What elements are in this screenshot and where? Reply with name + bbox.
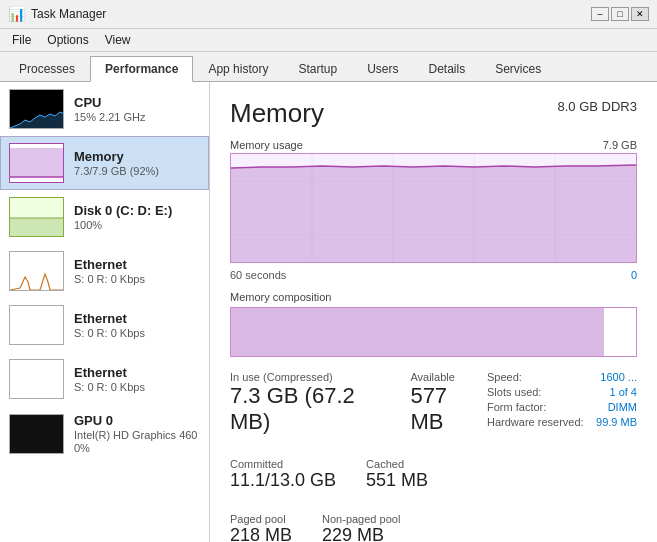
sidebar-item-ethernet0-info: Ethernet S: 0 R: 0 Kbps: [74, 257, 145, 285]
slots-label: Slots used:: [487, 386, 541, 398]
time-start: 60 seconds: [230, 269, 286, 281]
reserved-label: Hardware reserved:: [487, 416, 584, 428]
sidebar-disk-name: Disk 0 (C: D: E:): [74, 203, 172, 218]
stats-row-3: Paged pool 218 MB Non-paged pool 229 MB: [230, 513, 477, 542]
sidebar-cpu-name: CPU: [74, 95, 146, 110]
title-bar-left: 📊 Task Manager: [8, 6, 106, 22]
tab-services[interactable]: Services: [480, 56, 556, 81]
tab-app-history[interactable]: App history: [193, 56, 283, 81]
cpu-graph: [9, 89, 64, 129]
tab-startup[interactable]: Startup: [283, 56, 352, 81]
speed-value: 1600 ...: [600, 371, 637, 383]
sidebar-ethernet1-value: S: 0 R: 0 Kbps: [74, 327, 145, 339]
committed-label: Committed: [230, 458, 336, 470]
svg-rect-8: [10, 360, 64, 399]
usage-chart-section: Memory usage 7.9 GB: [230, 139, 637, 263]
stat-cached: Cached 551 MB: [366, 458, 428, 492]
tab-processes[interactable]: Processes: [4, 56, 90, 81]
stats-right-detail: Speed: 1600 ... Slots used: 1 of 4 Form …: [477, 371, 637, 542]
stat-available: Available 577 MB: [410, 371, 477, 436]
sidebar-item-ethernet1-info: Ethernet S: 0 R: 0 Kbps: [74, 311, 145, 339]
sidebar-gpu-value-line1: Intel(R) HD Graphics 460: [74, 429, 198, 441]
time-row: 60 seconds 0: [230, 269, 637, 281]
detail-slots: Slots used: 1 of 4: [487, 386, 637, 398]
nonpaged-label: Non-paged pool: [322, 513, 400, 525]
title-bar-controls: – □ ✕: [591, 7, 649, 21]
memory-type: 8.0 GB DDR3: [558, 98, 637, 116]
sidebar-item-ethernet-1[interactable]: Ethernet S: 0 R: 0 Kbps: [0, 298, 209, 352]
svg-rect-6: [10, 252, 64, 291]
svg-rect-9: [10, 415, 64, 454]
sidebar-item-memory[interactable]: Memory 7.3/7.9 GB (92%): [0, 136, 209, 190]
tab-details[interactable]: Details: [413, 56, 480, 81]
composition-in-use: [231, 308, 604, 356]
disk-graph-mini: [9, 197, 64, 237]
nonpaged-value: 229 MB: [322, 525, 400, 542]
stats-row-2: Committed 11.1/13.0 GB Cached 551 MB: [230, 458, 477, 504]
sidebar-item-cpu-info: CPU 15% 2.21 GHz: [74, 95, 146, 123]
sidebar-gpu-name: GPU 0: [74, 413, 198, 428]
detail-speed: Speed: 1600 ...: [487, 371, 637, 383]
stat-paged: Paged pool 218 MB: [230, 513, 292, 542]
sidebar-item-disk-info: Disk 0 (C: D: E:) 100%: [74, 203, 172, 231]
available-label: Available: [410, 371, 477, 383]
speed-label: Speed:: [487, 371, 522, 383]
detail-reserved: Hardware reserved: 99.9 MB: [487, 416, 637, 428]
svg-rect-4: [10, 218, 64, 237]
usage-chart-max: 7.9 GB: [603, 139, 637, 153]
sidebar-item-gpu[interactable]: GPU 0 Intel(R) HD Graphics 460 0%: [0, 406, 209, 461]
in-use-label: In use (Compressed): [230, 371, 380, 383]
stat-committed: Committed 11.1/13.0 GB: [230, 458, 336, 492]
sidebar-item-cpu[interactable]: CPU 15% 2.21 GHz: [0, 82, 209, 136]
sidebar-gpu-value-line2: 0%: [74, 442, 198, 454]
app-icon: 📊: [8, 6, 25, 22]
stat-nonpaged: Non-paged pool 229 MB: [322, 513, 400, 542]
sidebar-cpu-value: 15% 2.21 GHz: [74, 111, 146, 123]
time-end: 0: [631, 269, 637, 281]
right-panel: Memory 8.0 GB DDR3 Memory usage 7.9 GB: [210, 82, 657, 542]
usage-chart: [230, 153, 637, 263]
slots-value: 1 of 4: [609, 386, 637, 398]
tab-users[interactable]: Users: [352, 56, 413, 81]
close-button[interactable]: ✕: [631, 7, 649, 21]
minimize-button[interactable]: –: [591, 7, 609, 21]
menu-view[interactable]: View: [97, 31, 139, 49]
composition-label: Memory composition: [230, 291, 637, 303]
menu-options[interactable]: Options: [39, 31, 96, 49]
sidebar-item-ethernet2-info: Ethernet S: 0 R: 0 Kbps: [74, 365, 145, 393]
tab-bar: Processes Performance App history Startu…: [0, 52, 657, 82]
sidebar-item-ethernet-2[interactable]: Ethernet S: 0 R: 0 Kbps: [0, 352, 209, 406]
stats-container: In use (Compressed) 7.3 GB (67.2 MB) Ava…: [230, 371, 637, 542]
composition-chart: [230, 307, 637, 357]
memory-graph-mini: [9, 143, 64, 183]
ethernet0-graph-mini: [9, 251, 64, 291]
reserved-value: 99.9 MB: [596, 416, 637, 428]
sidebar-item-disk[interactable]: Disk 0 (C: D: E:) 100%: [0, 190, 209, 244]
sidebar-ethernet0-value: S: 0 R: 0 Kbps: [74, 273, 145, 285]
menu-file[interactable]: File: [4, 31, 39, 49]
sidebar-memory-name: Memory: [74, 149, 159, 164]
main-content: CPU 15% 2.21 GHz Memory 7.3/7.9 GB (92%): [0, 82, 657, 542]
tab-performance[interactable]: Performance: [90, 56, 193, 82]
maximize-button[interactable]: □: [611, 7, 629, 21]
usage-chart-labels: Memory usage 7.9 GB: [230, 139, 637, 153]
cached-label: Cached: [366, 458, 428, 470]
in-use-value: 7.3 GB (67.2 MB): [230, 383, 380, 436]
form-value: DIMM: [608, 401, 637, 413]
stats-left: In use (Compressed) 7.3 GB (67.2 MB) Ava…: [230, 371, 477, 542]
usage-chart-label: Memory usage: [230, 139, 303, 151]
composition-section: Memory composition: [230, 291, 637, 357]
ethernet1-graph-mini: [9, 305, 64, 345]
form-label: Form factor:: [487, 401, 546, 413]
title-bar: 📊 Task Manager – □ ✕: [0, 0, 657, 29]
sidebar: CPU 15% 2.21 GHz Memory 7.3/7.9 GB (92%): [0, 82, 210, 542]
menu-bar: File Options View: [0, 29, 657, 52]
stat-in-use: In use (Compressed) 7.3 GB (67.2 MB): [230, 371, 380, 436]
memory-header: Memory 8.0 GB DDR3: [230, 98, 637, 129]
memory-title: Memory: [230, 98, 324, 129]
svg-rect-1: [10, 148, 64, 177]
sidebar-ethernet2-name: Ethernet: [74, 365, 145, 380]
sidebar-item-ethernet-0[interactable]: Ethernet S: 0 R: 0 Kbps: [0, 244, 209, 298]
gpu-graph-mini: [9, 414, 64, 454]
sidebar-item-gpu-info: GPU 0 Intel(R) HD Graphics 460 0%: [74, 413, 198, 454]
